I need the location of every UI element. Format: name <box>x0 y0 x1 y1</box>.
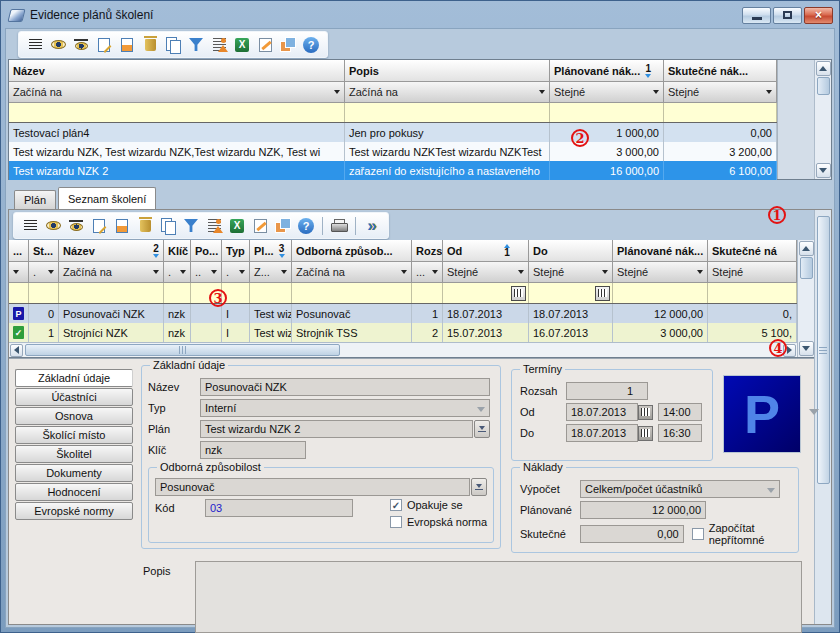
preview-icon[interactable] <box>47 34 69 55</box>
scroll-up-icon[interactable] <box>799 241 814 256</box>
odborna-picker-button[interactable] <box>471 478 487 496</box>
filter-mode[interactable]: Stejné <box>443 262 529 283</box>
new-record-icon[interactable] <box>88 215 110 236</box>
scroll-thumb[interactable] <box>800 257 813 279</box>
checkbox-zapocitat-nepritomne[interactable]: Započítat nepřítomné <box>692 522 790 546</box>
side-tab-skolici-misto[interactable]: Školící místo <box>15 426 133 444</box>
calendar-icon[interactable] <box>638 426 653 441</box>
filter-mode-planovane[interactable]: Stejné <box>550 82 664 103</box>
restore-button[interactable] <box>773 7 802 24</box>
calendar-icon[interactable] <box>511 286 526 301</box>
rozsah-field[interactable]: 1 <box>566 382 648 400</box>
filter-icon[interactable] <box>180 215 202 236</box>
filter-input[interactable] <box>345 103 550 122</box>
delete-icon[interactable] <box>139 34 161 55</box>
excel-export-icon[interactable] <box>231 34 253 55</box>
col-header-po[interactable]: Po... <box>191 240 222 262</box>
scroll-down-icon[interactable] <box>816 163 831 178</box>
tab-seznam-skoleni[interactable]: Seznam školení <box>58 187 156 209</box>
filter-mode[interactable] <box>9 262 29 283</box>
col-header-popis[interactable]: Popis <box>345 60 550 82</box>
side-tab-skolitel[interactable]: Školitel <box>15 445 133 463</box>
filter-mode[interactable]: . <box>164 262 191 283</box>
filter-mode[interactable]: Začíná na <box>59 262 164 283</box>
calendar-icon[interactable] <box>595 286 610 301</box>
side-tab-evropske-normy[interactable]: Evropské normy <box>15 502 133 520</box>
help-icon[interactable] <box>295 215 317 236</box>
training-row-selected[interactable]: 0 Posunovači NZK nzk I Test wiza Posunov… <box>9 304 797 323</box>
side-tab-ucastnici[interactable]: Účastníci <box>15 388 133 406</box>
col-header-skutecne[interactable]: Skutečné nák... <box>664 60 777 82</box>
side-tab-osnova[interactable]: Osnova <box>15 407 133 425</box>
plans-row-selected[interactable]: Test wizardu NZK 2 zařazení do existujíc… <box>9 161 777 180</box>
training-row[interactable]: 1 Strojníci NZK nzk I Test wiza Strojník… <box>9 323 797 342</box>
filter-mode-skutecne[interactable]: Stejné <box>664 82 777 103</box>
filter-input[interactable] <box>9 103 345 122</box>
col-header-skutecne[interactable]: Skutečné ná <box>708 240 797 262</box>
title-bar[interactable]: Evidence plánů školení × <box>1 1 839 26</box>
col-header-nazev[interactable]: Název 2 <box>59 240 164 262</box>
col-header-typ[interactable]: Typ <box>222 240 250 262</box>
copy-record-icon[interactable] <box>157 215 179 236</box>
side-tab-hodnoceni[interactable]: Hodnocení <box>15 483 133 501</box>
col-header-pl[interactable]: Pl... 3 <box>250 240 292 262</box>
scroll-thumb[interactable] <box>25 344 340 356</box>
preview-icon[interactable] <box>42 215 64 236</box>
scroll-thumb[interactable] <box>817 216 830 484</box>
typ-combobox[interactable]: Interní <box>200 399 490 417</box>
close-button[interactable]: × <box>804 7 833 24</box>
trainings-horizontal-scrollbar[interactable] <box>9 342 797 357</box>
filter-mode-popis[interactable]: Začíná na <box>345 82 550 103</box>
plans-row[interactable]: Test wizardu NZK, Test wizardu NZK,Test … <box>9 142 777 161</box>
edit-record-icon[interactable] <box>111 215 133 236</box>
scroll-left-icon[interactable] <box>10 344 23 357</box>
edit-record-icon[interactable] <box>116 34 138 55</box>
side-tab-zakladni-udaje[interactable]: Základní údaje <box>15 369 133 387</box>
filter-mode[interactable]: Stejné <box>613 262 708 283</box>
col-header-klic[interactable]: Klíč <box>164 240 191 262</box>
plan-field[interactable]: Test wizardu NZK 2 <box>200 420 473 438</box>
excel-export-icon[interactable] <box>226 215 248 236</box>
col-header-nazev[interactable]: Název <box>9 60 345 82</box>
preview-columns-icon[interactable] <box>70 34 92 55</box>
related-docs-icon[interactable] <box>277 34 299 55</box>
filter-mode[interactable]: Stejné <box>529 262 613 283</box>
do-time-field[interactable]: 16:30 <box>658 424 702 442</box>
filter-mode[interactable]: Z... <box>250 262 292 283</box>
do-date-field[interactable]: 18.07.2013 <box>566 424 638 442</box>
filter-mode[interactable]: Stejné <box>708 262 797 283</box>
scroll-thumb[interactable] <box>817 77 830 95</box>
delete-icon[interactable] <box>134 215 156 236</box>
image-dropdown-icon[interactable] <box>809 409 819 415</box>
skutecne-field[interactable]: 0,00 <box>580 525 684 543</box>
calendar-icon[interactable] <box>638 405 653 420</box>
filter-mode[interactable]: . <box>222 262 250 283</box>
checkbox-opakuje-se[interactable]: Opakuje se <box>390 499 487 511</box>
od-date-field[interactable]: 18.07.2013 <box>566 403 638 421</box>
scroll-down-icon[interactable] <box>799 341 814 356</box>
quick-actions-icon[interactable] <box>361 215 383 236</box>
filter-mode[interactable]: ... <box>412 262 443 283</box>
trainings-vertical-scrollbar[interactable] <box>797 240 814 357</box>
plans-vertical-scrollbar[interactable] <box>814 60 831 179</box>
plan-picker-button[interactable] <box>474 420 490 438</box>
col-header-do[interactable]: Do <box>529 240 613 262</box>
filter-input[interactable] <box>550 103 664 122</box>
new-record-icon[interactable] <box>93 34 115 55</box>
print-icon[interactable] <box>328 215 350 236</box>
col-header-st[interactable]: St... <box>29 240 59 262</box>
filter-mode[interactable]: .. <box>191 262 222 283</box>
planovane-field[interactable]: 12 000,00 <box>580 501 706 519</box>
panel-vertical-scrollbar[interactable] <box>814 210 831 624</box>
tab-plan[interactable]: Plán <box>14 190 56 209</box>
view-list-icon[interactable] <box>19 215 41 236</box>
filter-mode[interactable]: Začíná na <box>292 262 412 283</box>
copy-record-icon[interactable] <box>162 34 184 55</box>
side-tab-dokumenty[interactable]: Dokumenty <box>15 464 133 482</box>
od-time-field[interactable]: 14:00 <box>658 403 702 421</box>
minimize-button[interactable] <box>742 7 771 24</box>
nazev-field[interactable]: Posunovači NZK <box>200 378 490 396</box>
edit-note-icon[interactable] <box>254 34 276 55</box>
preview-columns-icon[interactable] <box>65 215 87 236</box>
filter-icon[interactable] <box>185 34 207 55</box>
